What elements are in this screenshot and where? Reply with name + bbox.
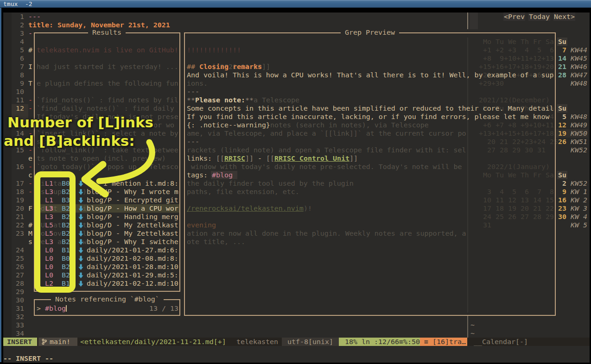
grid-text: KW45 — [571, 54, 587, 63]
statusline-git: main! — [38, 338, 77, 346]
grid-text: ~ — [470, 321, 475, 329]
grid-text: I — [28, 63, 32, 71]
grid-text: 8 — [20, 71, 24, 79]
calendar-date[interactable]: 2 — [562, 179, 566, 188]
grid-text: 19 — [16, 196, 24, 204]
statusline-encoding: utf-8[unix] — [282, 338, 339, 346]
grid-text: KW 4 — [571, 213, 587, 221]
calendar-date[interactable]: 7 — [562, 46, 566, 54]
grid-text: 3 — [20, 29, 24, 38]
calendar-date[interactable]: 28 — [558, 71, 566, 79]
statusline-tabs: ≡ [16]tra… — [420, 338, 470, 346]
preview-window-title: Grep Preview — [341, 28, 399, 37]
grid-text: KW52 — [571, 146, 587, 154]
calendar-date[interactable]: 9 — [562, 188, 566, 196]
cursor-line-number: 12 — [12, 104, 28, 113]
annotation-box — [30, 167, 81, 296]
window-separator — [467, 13, 468, 29]
grid-text: 24 — [16, 246, 24, 254]
calendar-cursor — [470, 13, 478, 29]
calendar-next-button[interactable]: Next> — [553, 13, 575, 21]
git-branch-icon — [42, 339, 47, 345]
statusline-tabs-text: ≡ [16]tra… — [424, 338, 466, 346]
grid-text: 18 — [16, 188, 24, 196]
statusline-calendar-text: __Calendar[-] — [474, 338, 528, 346]
cmdline-mode-indicator: -- INSERT -- — [3, 354, 53, 363]
grid-text: 6 — [20, 54, 24, 63]
sign-column — [3, 13, 12, 338]
calendar-date[interactable]: 14 — [558, 54, 566, 63]
calendar-date[interactable]: 16 — [558, 196, 566, 204]
calendar-date[interactable]: 5 — [562, 113, 566, 121]
calendar-date[interactable]: 26 — [558, 138, 566, 146]
calendar-sunday-header: Su — [557, 104, 567, 113]
grid-text: 4 — [20, 38, 24, 46]
grid-text: 30 — [16, 296, 24, 304]
grid-text: KW 3 — [571, 204, 587, 213]
calendar-sunday-header: Su — [557, 38, 567, 46]
grid-text: 17 — [16, 179, 24, 188]
calendar-date[interactable]: 21 — [558, 63, 566, 71]
statusline-plugin: telekasten — [236, 338, 278, 346]
grid-text: 29 — [16, 288, 24, 296]
grid-text: 23 — [16, 229, 24, 238]
grid-text: 34 — [16, 329, 24, 338]
grid-text: 1 — [20, 13, 24, 21]
grid-text: KW44 — [571, 46, 587, 54]
calendar-sunday-header: Su — [557, 171, 567, 179]
grid-text: KW49 — [571, 121, 587, 129]
calendar-date[interactable]: 19 — [558, 129, 566, 138]
annotation-line1: Number of [L]inks — [7, 115, 153, 130]
prompt-window[interactable]: Notes referencing `#blog` — [34, 299, 180, 316]
grid-text: KW51 — [571, 138, 587, 146]
calendar-today-button[interactable]: Today — [528, 13, 550, 21]
tmux-title: tmux -2 — [3, 0, 32, 7]
grid-text: 9 — [20, 79, 24, 88]
grid-text: 25 — [16, 254, 24, 263]
grid-text: 26 — [16, 263, 24, 271]
grid-text: KW47 — [571, 71, 587, 79]
statusline-location-text: 18% ln :12/66≡%:50 — [345, 338, 420, 346]
grid-text: - — [28, 104, 32, 113]
results-window-title: Results — [88, 28, 126, 37]
grid-text: KW 1 — [571, 188, 587, 196]
grid-text: 16 — [16, 163, 24, 171]
grid-text: # — [28, 46, 32, 54]
grid-text: 32 — [16, 313, 24, 321]
grid-text: 5 — [20, 46, 24, 54]
grid-text: KW 2 — [571, 196, 587, 204]
grid-text: 7 — [20, 63, 24, 71]
statusline-filepath: <ettelkasten/daily/2021-11-21.md[+] — [77, 338, 226, 346]
grid-text: KW 5 — [571, 221, 587, 229]
calendar-date[interactable]: 12 — [558, 121, 566, 129]
calendar-date[interactable]: 30 — [558, 213, 566, 221]
screen: tmux -2 1---<PrevTodayNext>2title: Sunda… — [0, 0, 591, 364]
calendar-prev-button[interactable]: <Prev — [503, 13, 525, 21]
statusline-location: 18% ln :12/66≡%:50 — [339, 338, 420, 346]
grid-text: 10 — [16, 88, 24, 96]
grid-text: - — [28, 29, 32, 38]
git-branch-name: main! — [50, 338, 70, 346]
grid-text: T — [28, 79, 32, 88]
grid-text: 20 — [16, 204, 24, 213]
grid-text: 21 — [16, 213, 24, 221]
grid-text: 22 — [16, 221, 24, 229]
grid-text: KW52 — [571, 179, 587, 188]
calendar-date[interactable]: 23 — [558, 204, 566, 213]
cursor — [66, 305, 67, 312]
statusline: INSERT main! <ettelkasten/daily/2021-11-… — [3, 338, 590, 346]
grid-text: 28 — [16, 279, 24, 288]
grid-text: 33 — [16, 321, 24, 329]
grid-text: --- — [28, 13, 41, 21]
grid-text: 31 — [16, 304, 24, 313]
grid-text: KW48 — [571, 113, 587, 121]
window-separator-bottom — [467, 316, 468, 338]
grid-text: 27 — [16, 271, 24, 279]
grid-text: 11 — [16, 96, 24, 104]
statusline-mode: INSERT — [2, 338, 37, 346]
grid-text: 2 — [20, 21, 24, 29]
grid-text: - — [28, 96, 32, 104]
terminal-border-top — [0, 8, 591, 13]
statusline-calendar: __Calendar[-] — [467, 338, 590, 346]
tmux-titlebar: tmux -2 — [0, 0, 591, 8]
